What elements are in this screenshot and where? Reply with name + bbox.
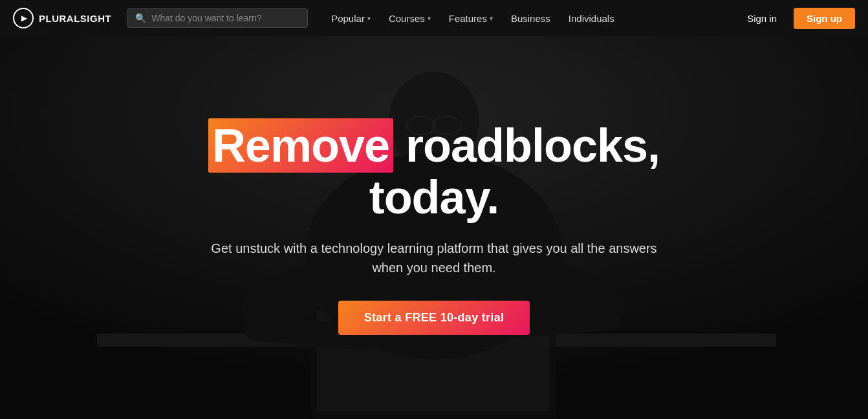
sign-up-button[interactable]: Sign up	[794, 8, 855, 29]
hero-subtitle: Get unstuck with a technology learning p…	[208, 239, 660, 277]
chevron-down-icon: ▾	[428, 15, 431, 22]
navbar: PLURALSIGHT 🔍 Popular ▾ Courses ▾ Featur…	[0, 0, 868, 36]
nav-item-business[interactable]: Business	[503, 8, 558, 29]
search-bar[interactable]: 🔍	[127, 8, 308, 28]
chevron-down-icon: ▾	[490, 15, 493, 22]
hero-title-highlight: Remove	[208, 118, 393, 173]
hero-title: Remove roadblocks, today.	[169, 120, 699, 222]
logo-text: PLURALSIGHT	[39, 13, 111, 24]
nav-item-features[interactable]: Features ▾	[441, 8, 501, 29]
nav-right: Sign in Sign up	[741, 8, 855, 29]
nav-links: Popular ▾ Courses ▾ Features ▾ Business …	[323, 8, 725, 29]
sign-in-button[interactable]: Sign in	[741, 9, 783, 28]
cta-button[interactable]: Start a FREE 10-day trial	[338, 301, 530, 335]
hero-section: Remove roadblocks, today. Get unstuck wi…	[0, 36, 868, 419]
hero-title-rest: roadblocks, today.	[369, 120, 660, 222]
logo-icon	[13, 8, 34, 28]
logo[interactable]: PLURALSIGHT	[13, 8, 111, 28]
nav-item-popular[interactable]: Popular ▾	[323, 8, 378, 29]
chevron-down-icon: ▾	[367, 15, 371, 22]
search-icon: 🔍	[135, 13, 146, 23]
search-input[interactable]	[151, 13, 299, 23]
hero-content: Remove roadblocks, today. Get unstuck wi…	[143, 120, 725, 334]
nav-item-individuals[interactable]: Individuals	[561, 8, 622, 29]
nav-item-courses[interactable]: Courses ▾	[381, 8, 439, 29]
